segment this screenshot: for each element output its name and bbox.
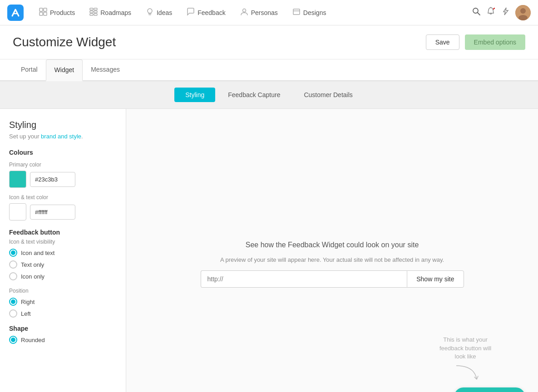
svg-point-17 [520, 8, 526, 14]
svg-point-13 [473, 8, 478, 13]
visibility-icon-only[interactable]: Icon only [9, 272, 117, 280]
preview-subtext: A preview of your site will appear here.… [220, 256, 444, 263]
shape-rounded[interactable]: Rounded [9, 336, 117, 344]
designs-icon [292, 8, 301, 18]
radio-right-indicator [9, 298, 17, 306]
icon-text-color-label: Icon & text color [9, 194, 117, 201]
tabs-bar: Portal Widget Messages [0, 59, 538, 81]
primary-color-swatch[interactable] [9, 171, 26, 188]
nav-item-roadmaps[interactable]: Roadmaps [83, 4, 138, 21]
svg-rect-3 [44, 12, 47, 15]
icon-text-color-input[interactable] [30, 205, 75, 220]
position-right-label: Right [21, 299, 35, 305]
radio-left-indicator [9, 309, 17, 318]
nav-item-personas[interactable]: Personas [234, 4, 284, 21]
position-left-label: Left [21, 310, 31, 317]
tab-widget[interactable]: Widget [46, 59, 83, 81]
visibility-text-only-label: Text only [21, 261, 44, 268]
embed-options-button[interactable]: Embed options [465, 34, 525, 50]
svg-point-11 [242, 9, 246, 12]
top-navigation: Products Roadmaps Ideas Feedback Persona… [0, 0, 538, 25]
primary-color-label: Primary color [9, 162, 117, 168]
preview-url-row: Show my site [201, 270, 464, 288]
ideas-icon [146, 8, 154, 18]
position-right[interactable]: Right [9, 298, 117, 306]
save-button[interactable]: Save [426, 34, 459, 50]
position-label: Position [9, 288, 117, 294]
user-avatar[interactable] [515, 5, 531, 20]
radio-text-only-indicator [9, 260, 17, 269]
colours-heading: Colours [9, 149, 117, 156]
shape-options: Rounded [9, 336, 117, 344]
feedback-button-hint: This is what your feedback button will l… [438, 336, 493, 383]
sub-tab-feedback-capture[interactable]: Feedback Capture [217, 88, 291, 102]
svg-rect-2 [39, 12, 43, 15]
nav-feedback-label: Feedback [197, 9, 225, 16]
svg-rect-12 [293, 9, 300, 15]
radio-icon-and-text-indicator [9, 249, 17, 257]
nav-designs-label: Designs [303, 9, 326, 16]
svg-rect-6 [90, 11, 93, 13]
sidebar-subtitle: Set up your brand and style. [9, 133, 117, 140]
visibility-options: Icon and text Text only Icon only [9, 249, 117, 280]
feedback-button-heading: Feedback button [9, 229, 117, 236]
sidebar: Styling Set up your brand and style. Col… [0, 109, 126, 392]
tab-portal[interactable]: Portal [13, 59, 46, 81]
svg-rect-0 [39, 8, 43, 11]
roadmaps-icon [89, 8, 98, 18]
primary-color-row [9, 171, 117, 188]
nav-roadmaps-label: Roadmaps [100, 9, 131, 16]
icon-text-color-swatch[interactable] [9, 203, 26, 220]
nav-items: Products Roadmaps Ideas Feedback Persona… [33, 4, 468, 21]
visibility-text-only[interactable]: Text only [9, 260, 117, 269]
primary-color-input[interactable] [30, 172, 75, 187]
visibility-icon-only-label: Icon only [21, 273, 44, 280]
preview-area: See how the Feedback Widget could look o… [126, 109, 538, 392]
page-title: Customize Widget [13, 35, 116, 49]
nav-personas-label: Personas [251, 9, 278, 16]
search-icon[interactable] [472, 7, 481, 18]
svg-rect-4 [90, 8, 93, 10]
svg-rect-9 [94, 14, 97, 15]
nav-item-ideas[interactable]: Ideas [139, 4, 178, 21]
personas-icon [240, 8, 248, 18]
radio-rounded-indicator [9, 336, 17, 344]
bolt-icon[interactable] [501, 7, 510, 18]
tab-messages[interactable]: Messages [83, 59, 128, 81]
position-left[interactable]: Left [9, 309, 117, 318]
svg-rect-8 [90, 14, 93, 15]
radio-icon-only-indicator [9, 272, 17, 280]
nav-item-feedback[interactable]: Feedback [180, 4, 232, 21]
nav-item-designs[interactable]: Designs [286, 4, 333, 21]
hint-arrow [438, 363, 493, 383]
nav-right-actions [472, 5, 531, 20]
svg-rect-7 [94, 11, 97, 13]
svg-rect-1 [44, 8, 47, 11]
visibility-icon-and-text[interactable]: Icon and text [9, 249, 117, 257]
notifications-icon[interactable] [486, 7, 495, 18]
app-logo[interactable] [7, 5, 24, 21]
sub-tab-styling[interactable]: Styling [174, 88, 215, 102]
products-icon [39, 8, 47, 18]
nav-item-products[interactable]: Products [33, 4, 81, 21]
svg-point-18 [518, 15, 528, 20]
sidebar-section-title: Styling [9, 120, 117, 130]
main-content: Styling Set up your brand and style. Col… [0, 109, 538, 392]
site-url-input[interactable] [201, 270, 407, 288]
page-header: Customize Widget Save Embed options [0, 25, 538, 59]
nav-ideas-label: Ideas [157, 9, 172, 16]
position-options: Right Left [9, 298, 117, 318]
show-site-button[interactable]: Show my site [407, 270, 464, 288]
sub-tab-customer-details[interactable]: Customer Details [293, 88, 363, 102]
feedback-icon [187, 8, 195, 18]
svg-rect-5 [94, 8, 97, 10]
feedback-button-preview[interactable]: Got feedback? [454, 387, 525, 392]
nav-products-label: Products [50, 9, 75, 16]
header-actions: Save Embed options [426, 34, 525, 50]
preview-heading: See how the Feedback Widget could look o… [246, 241, 419, 249]
visibility-icon-and-text-label: Icon and text [21, 250, 54, 256]
svg-line-15 [494, 8, 494, 9]
icon-text-color-row [9, 203, 117, 220]
shape-label: Shape [9, 325, 117, 332]
brand-style-link[interactable]: brand and style [41, 133, 81, 140]
